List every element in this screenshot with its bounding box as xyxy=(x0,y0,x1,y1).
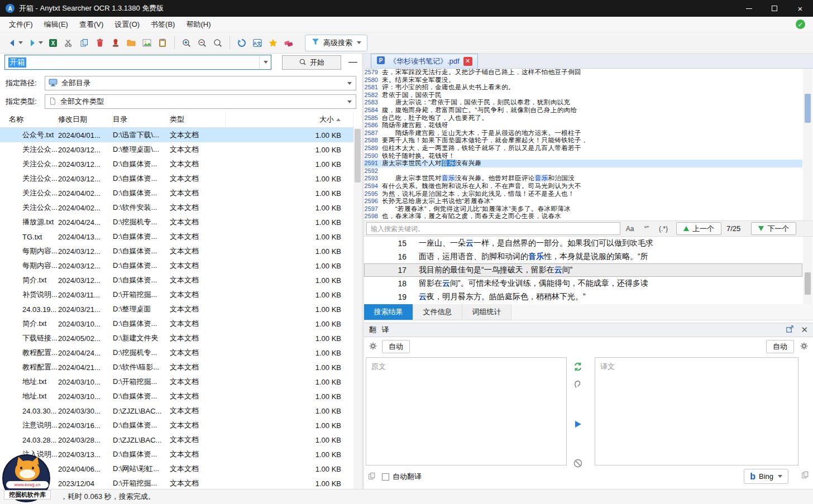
pdf-line[interactable]: 2595为然，说礼乐是治国之本，太宗如此浅见，惜哉！还不是圣人也！ xyxy=(364,190,802,198)
table-row[interactable]: 关注公众...2024/04/02...D:\自媒体资...文本文档1.00 K… xyxy=(0,186,353,200)
table-row[interactable]: 补货说明...2024/03/11...D:\开箱挖掘...文本文档1.00 K… xyxy=(0,287,353,302)
auto-translate-checkbox[interactable] xyxy=(382,473,389,481)
result-row[interactable]: 19云夜，明月晷东方。皓皓庭际色，稍稍林下光。” xyxy=(364,290,802,304)
favorites-button[interactable] xyxy=(266,35,280,51)
table-row[interactable]: 教程配置...2024/04/24...D:\挖掘机专...文本文档1.00 K… xyxy=(0,345,353,360)
menu-help[interactable]: 帮助(H) xyxy=(180,17,216,32)
table-row[interactable]: 教程配置...2024/04/21...D:\软件\猫影...文本文档1.00 … xyxy=(0,360,353,375)
scrollbar-thumb[interactable] xyxy=(805,272,811,295)
translate-button[interactable]: A文 xyxy=(250,35,265,51)
pdf-line[interactable]: 2585自己吃，肚子吃饱了，人也要死了。 xyxy=(364,114,802,122)
table-row[interactable]: 简介.txt2024/03/12...D:\自媒体资...文本文档1.00 KB xyxy=(0,273,353,287)
result-row[interactable]: 17我目前的最佳句是“一鸟撞破天，留影在云间” xyxy=(364,263,802,277)
copy-target-icon[interactable] xyxy=(801,471,810,481)
pdf-line[interactable]: 2594有什么关系。魏徵也附和说乐在人和，不在声音。司马光则认为大不 xyxy=(364,183,802,190)
zoom-out-button[interactable] xyxy=(195,35,209,51)
pdf-line[interactable]: 2587 隋炀帝建宫殿，近山无大木，于是从很远的地方运来。一根柱子 xyxy=(364,129,802,137)
collapse-panel-button[interactable]: — xyxy=(346,55,360,69)
document-tab[interactable]: P 《华杉读书笔记》.pdf ✕ xyxy=(371,54,478,68)
pdf-line[interactable]: 2582君依于国，国依于民 xyxy=(364,92,802,99)
tab-file-info[interactable]: 文件信息 xyxy=(413,304,462,320)
cut-button[interactable] xyxy=(61,35,76,51)
target-text-area[interactable]: 译文 xyxy=(595,357,798,465)
table-row[interactable]: 24.03.30...2024/03/30...D:\ZJZL\BAC...文本… xyxy=(0,404,353,418)
target-settings-gear-icon[interactable] xyxy=(800,342,809,352)
column-header-date[interactable]: 修改日期 xyxy=(58,112,113,127)
delete-button[interactable] xyxy=(93,35,107,51)
target-language-button[interactable]: 自动 xyxy=(766,340,794,353)
pdf-line[interactable]: 2583 唐太宗说：“君依于国，国依于民，刻民以奉君，犹割肉以充 xyxy=(364,99,802,107)
stop-block-icon[interactable] xyxy=(573,458,584,469)
pdf-line[interactable]: 2586隋炀帝建宫殿，花钱呀 xyxy=(364,122,802,129)
table-row[interactable]: 公众号.txt2024/04/01...D:\迅雷下载\...文本文档1.00 … xyxy=(0,128,353,142)
next-match-button[interactable]: 下一个 xyxy=(751,222,796,235)
table-row[interactable]: 下载链接...2024/05/02...D:\新建文件夹文本文档1.00 KB xyxy=(0,331,353,345)
previous-match-button[interactable]: 上一个 xyxy=(676,222,721,235)
pdf-line[interactable]: 2584腹，腹饱而身毙，君富而国亡。”与民争利，就像割自己身上的肉给 xyxy=(364,107,802,114)
listen-ear-icon[interactable] xyxy=(573,379,584,390)
path-filter-select[interactable]: 全部目录 xyxy=(45,76,356,90)
open-folder-button[interactable] xyxy=(124,35,138,51)
close-button[interactable]: × xyxy=(787,0,813,17)
pdf-line[interactable]: 2591唐太宗李世民个人对音乐没有兴趣 xyxy=(364,160,802,167)
pdf-line[interactable]: 2580来。结果宋军全军覆没。 xyxy=(364,76,802,84)
tab-close-button[interactable]: ✕ xyxy=(463,57,472,66)
swap-languages-icon[interactable] xyxy=(573,362,584,373)
popout-icon[interactable] xyxy=(786,325,794,335)
result-row[interactable]: 15一座山、一朵云一样，是自然界的一部分。如果我们可以做到吹毛求 xyxy=(364,237,802,250)
export-excel-button[interactable]: X xyxy=(46,35,60,51)
table-row[interactable]: 24.03.28...2024/03/28...D:\ZJZL\BAC...文本… xyxy=(0,433,353,447)
pdf-line[interactable]: 2581评：韦小宝的招，金庸也是从史书上看来的。 xyxy=(364,84,802,92)
table-row[interactable]: 注意说明...2024/03/16...D:\自媒体资...文本文档1.00 K… xyxy=(0,418,353,433)
table-row[interactable]: 地址.txt2024/03/10...D:\自媒体资...文本文档1.00 KB xyxy=(0,389,353,404)
pdf-line[interactable]: 2597 “若履春冰”，倒觉得这词儿比“如履薄冰”美多了。春冰即薄冰 xyxy=(364,205,802,213)
table-row[interactable]: 播放源.txt2024/04/24...D:\挖掘机专...文本文档1.00 K… xyxy=(0,215,353,229)
type-filter-select[interactable]: 全部文件类型 xyxy=(45,94,356,109)
menu-file[interactable]: 文件(F) xyxy=(3,17,39,32)
forward-button[interactable] xyxy=(26,35,45,51)
table-row[interactable]: 关注公众...2024/03/12...D:\自媒体资...文本文档1.00 K… xyxy=(0,157,353,171)
table-row[interactable]: 关注公众...2024/03/12...D:\整理桌面\...文本文档1.00 … xyxy=(0,142,353,157)
table-row[interactable]: 简介.txt2024/03/10...D:\自媒体资...文本文档1.00 KB xyxy=(0,316,353,331)
match-case-button[interactable]: Aa xyxy=(623,223,637,234)
menu-edit[interactable]: 编辑(E) xyxy=(39,17,74,32)
engine-select-button[interactable]: b Bing xyxy=(744,469,788,484)
regex-button[interactable]: (.*) xyxy=(656,223,671,234)
table-row[interactable]: 地址.txt2024/03/10...D:\开箱挖掘...文本文档1.00 KB xyxy=(0,375,353,389)
image-export-button[interactable] xyxy=(140,35,154,51)
pdf-line[interactable]: 2588要两千人拖！如果下面垫圆木做轮子，就会摩擦起火！只能铸铁轮子， xyxy=(364,137,802,145)
tab-search-results[interactable]: 搜索结果 xyxy=(364,304,413,320)
refresh-button[interactable] xyxy=(235,35,249,51)
scrollbar-thumb[interactable] xyxy=(355,129,361,183)
pdf-line[interactable]: 2598也，春来冰薄，履之有陷之虞，而春天走之而心生畏，说春水 xyxy=(364,213,802,220)
pdf-line[interactable]: 2593 唐太宗李世民对音乐没有兴趣。他曾对群臣评论音乐和治国没 xyxy=(364,175,802,183)
paste-button[interactable] xyxy=(155,35,170,51)
source-settings-gear-icon[interactable] xyxy=(369,342,377,352)
menu-settings[interactable]: 设置(O) xyxy=(109,17,145,32)
pdf-line[interactable]: 2589但柱木太大，走一两里路，铁轮子就坏了，所以又是几百人带着若干 xyxy=(364,145,802,152)
column-header-type[interactable]: 类型 xyxy=(170,112,226,127)
search-history-dropdown[interactable] xyxy=(259,55,271,69)
tab-phrase-stats[interactable]: 词组统计 xyxy=(462,304,511,320)
maximize-button[interactable] xyxy=(762,0,787,17)
table-row[interactable]: 关注公众...2024/04/02...D:\软件安装...文本文档1.00 K… xyxy=(0,200,353,215)
menu-bookmarks[interactable]: 书签(B) xyxy=(145,17,180,32)
table-row[interactable]: 每期内容...2024/03/12...D:\自媒体资...文本文档1.00 K… xyxy=(0,258,353,273)
table-row[interactable]: 24.03.19...2024/03/21...D:\整理桌面文本文档1.00 … xyxy=(0,302,353,316)
column-header-size[interactable]: 大小 xyxy=(226,112,353,127)
copy-source-icon[interactable] xyxy=(367,472,376,482)
translate-play-button[interactable] xyxy=(573,419,584,430)
pdf-text-view[interactable]: 2579去，宋军踩跤无法行走。又把沙子铺自己路上，这样不怕他豆子倒回2580来。… xyxy=(364,69,802,220)
result-row[interactable]: 16面语，运用语音、韵脚和动词的音乐性，本身就是说服的策略。“所 xyxy=(364,250,802,263)
start-search-button[interactable]: 开始 xyxy=(282,55,341,70)
column-header-directory[interactable]: 目录 xyxy=(113,112,170,127)
back-button[interactable] xyxy=(6,35,25,51)
advanced-search-button[interactable]: 高级搜索 xyxy=(305,35,367,51)
source-text-area[interactable]: 原文 xyxy=(366,357,567,465)
search-input[interactable]: 开箱 xyxy=(4,55,271,70)
table-row[interactable]: 关注公众...2024/03/12...D:\自媒体资...文本文档1.00 K… xyxy=(0,171,353,186)
result-list-scrollbar[interactable] xyxy=(803,237,812,304)
file-table-scrollbar[interactable] xyxy=(353,128,362,489)
table-row[interactable]: 每期内容...2024/03/12...D:\自媒体资...文本文档1.00 K… xyxy=(0,244,353,258)
menu-view[interactable]: 查看(V) xyxy=(74,17,109,32)
